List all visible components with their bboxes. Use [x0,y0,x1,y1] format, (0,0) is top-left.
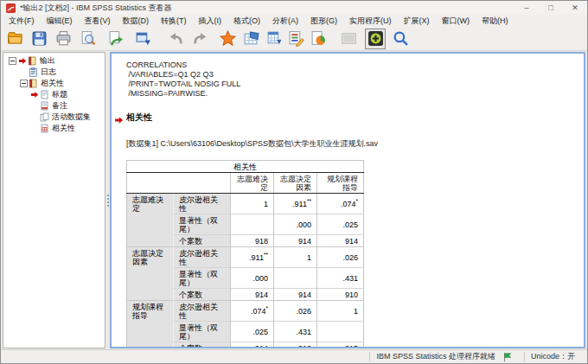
table-value-cell [231,214,274,235]
syntax-line: CORRELATIONS [126,61,584,70]
table-value-cell: 914 [274,289,317,301]
log-icon [29,67,38,77]
tree-expander-icon[interactable] [9,57,16,65]
menu-insert[interactable]: 插入(I) [193,15,228,27]
table-value-cell: .911** [231,247,274,268]
tree-item-label: 输出 [40,55,55,67]
selected-item-arrow-icon [114,112,124,128]
table-value-cell: .026 [274,301,317,322]
table-value-cell: .431 [317,268,364,289]
menu-format[interactable]: 格式(O) [227,15,266,27]
tree-item-active-dataset[interactable]: 活动数据集 [3,112,105,123]
tree-item-label: 相关性 [52,123,75,134]
table-row: 志愿难决定皮尔逊相关性1.911**.074* [127,194,364,214]
recall-dialogs-icon[interactable] [132,29,153,49]
main-area: 输出日志相关性标题备注活动数据集相关性 CORRELATIONS /VARIAB… [1,51,587,349]
window-title: *输出2 [文档2] - IBM SPSS Statistics 查看器 [20,3,514,14]
open-folder-icon[interactable] [4,29,25,49]
menu-window[interactable]: 窗口(W) [436,15,476,27]
table-row: 志愿决定因素皮尔逊相关性.911**1.026 [127,247,364,268]
title-bar: *输出2 [文档2] - IBM SPSS Statistics 查看器 – □… [1,1,587,15]
output-content-pane[interactable]: CORRELATIONS /VARIABLES=Q1 Q2 Q3 /PRINT=… [110,52,585,348]
goto-star-icon[interactable] [217,29,238,49]
tree-expander-icon[interactable] [20,80,28,87]
table-icon [40,124,49,133]
insert-table-icon[interactable] [264,29,284,49]
row-stat-label: 皮尔逊相关性 [174,301,231,322]
status-separator [369,352,370,361]
tree-item-correlations[interactable]: 相关性 [3,78,105,89]
row-stat-label: 皮尔逊相关性 [174,247,231,268]
table-value-cell: .025 [317,214,364,235]
close-button[interactable]: ✕ [563,1,587,15]
toolbar [1,27,587,51]
processor-status: IBM SPSS Statistics 处理程序就绪 [376,351,495,362]
show-hide-icon[interactable] [365,29,386,49]
menu-utilities[interactable]: 实用程序(U) [343,15,398,27]
table-value-cell: 918 [231,235,274,247]
table-value-cell: 1 [274,247,317,268]
menu-file[interactable]: 文件(F) [3,15,41,27]
image-icon [338,29,359,49]
menu-bar: 文件(F)编辑(E)查看(V)数据(D)转换(T)插入(I)格式(O)分析(A)… [1,15,587,27]
print-preview-icon[interactable] [77,29,98,49]
correlation-table[interactable]: 相关性志愿难决定志愿决定因素规划课程指导志愿难决定皮尔逊相关性1.911**.0… [126,160,364,348]
pivot-table-wrap[interactable]: 相关性志愿难决定志愿决定因素规划课程指导志愿难决定皮尔逊相关性1.911**.0… [126,160,584,348]
tree-item-log[interactable]: 日志 [3,67,105,78]
tree-item-correlations-table[interactable]: 相关性 [3,123,105,134]
row-stat-label: 皮尔逊相关性 [174,194,231,214]
status-separator [524,352,525,361]
syntax-line: /MISSING=PAIRWISE. [126,89,584,99]
dataset-icon [40,112,49,122]
outline-tree-pane: 输出日志相关性标题备注活动数据集相关性 [3,52,105,348]
tree-item-label: 备注 [52,100,67,112]
book-icon [29,79,38,88]
tree-item-label: 标题 [52,89,67,100]
table-value-cell: 914 [274,235,317,247]
table-title: 相关性 [127,161,364,173]
book-icon [28,56,37,66]
table-value-cell: 914 [231,342,274,349]
table-value-cell: .000 [274,214,317,235]
menu-view[interactable]: 查看(V) [79,15,117,27]
tree-item-notes[interactable]: 备注 [3,100,105,112]
spss-viewer-window: *输出2 [文档2] - IBM SPSS Statistics 查看器 – □… [0,0,588,364]
zoom-icon[interactable] [390,29,411,49]
goto-data-icon[interactable] [240,29,261,49]
row-group-label: 规划课程指导 [127,301,174,349]
tree-item-output[interactable]: 输出 [3,55,105,67]
spss-app-icon [6,3,16,13]
menu-edit[interactable]: 编辑(E) [41,15,79,27]
column-header: 规划课程指导 [317,173,364,194]
selected-item-arrow-icon [17,57,28,65]
menu-analyze[interactable]: 分析(A) [266,15,304,27]
row-stat-label: 个案数 [174,342,231,349]
save-icon[interactable] [29,29,49,49]
table-value-cell: .026 [317,247,364,268]
menu-graphs[interactable]: 图形(G) [304,15,343,27]
syntax-line: /VARIABLES=Q1 Q2 Q3 [126,70,584,80]
row-stat-label: 显著性（双尾） [174,214,231,235]
redo-icon[interactable] [189,29,210,49]
menu-transform[interactable]: 转换(T) [155,15,193,27]
table-corner [127,173,231,194]
undo-icon[interactable] [165,29,186,49]
syntax-log-block: CORRELATIONS /VARIABLES=Q1 Q2 Q3 /PRINT=… [126,61,584,99]
tree-item-title[interactable]: 标题 [3,89,105,100]
table-value-cell: .074* [231,301,274,322]
print-icon[interactable] [53,29,74,49]
maximize-button[interactable]: □ [539,1,563,15]
table-value-cell: 915 [317,342,364,349]
status-flag-icon [502,352,513,362]
export-icon[interactable] [105,29,125,49]
table-value-cell: .000 [231,268,274,289]
chart-document-icon[interactable] [308,29,329,49]
menu-help[interactable]: 帮助(H) [476,15,514,27]
minimize-button[interactable]: – [514,1,539,15]
menu-extensions[interactable]: 扩展(X) [398,15,436,27]
edit-variables-icon[interactable] [285,29,306,49]
notes-icon [40,101,49,111]
table-value-cell: 910 [317,289,364,301]
table-value-cell: 1 [317,301,364,322]
menu-data[interactable]: 数据(D) [117,15,156,27]
